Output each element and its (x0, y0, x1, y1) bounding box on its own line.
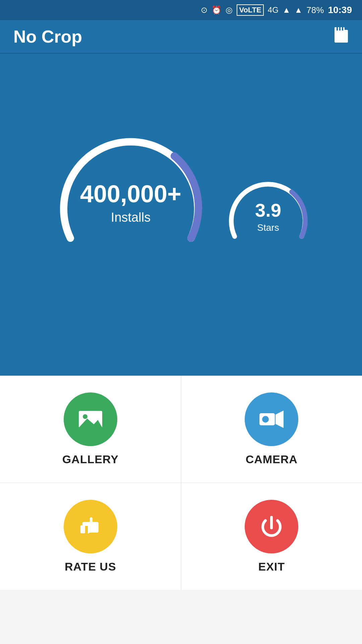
camera-button[interactable]: CAMERA (181, 376, 362, 483)
gallery-label: GALLERY (62, 453, 119, 466)
gallery-button[interactable]: GALLERY (0, 376, 181, 483)
svg-point-6 (83, 414, 87, 419)
menu-row-top: GALLERY CAMERA (0, 376, 362, 483)
battery-text: 78% (306, 5, 324, 15)
hero-section: 400,000+ Installs 3.9 Stars (0, 54, 362, 376)
gallery-icon (77, 406, 104, 433)
app-bar: No Crop (0, 20, 362, 54)
alarm-icon: ⏰ (212, 5, 222, 15)
camera-icon (258, 406, 285, 433)
svg-rect-4 (342, 27, 343, 31)
signal-icon: ▲ (283, 5, 291, 15)
bottom-menu: GALLERY CAMERA (0, 376, 362, 590)
installs-gauge: 400,000+ Installs (50, 124, 211, 285)
installs-text: 400,000+ Installs (80, 180, 181, 225)
exit-icon-circle (245, 500, 298, 553)
stars-text: 3.9 Stars (255, 199, 281, 233)
wifi-icon: ▲ (295, 5, 303, 15)
gauges-container: 400,000+ Installs 3.9 Stars (0, 124, 362, 285)
camera-icon-circle (245, 392, 298, 446)
power-icon (258, 513, 285, 540)
exit-button[interactable]: EXIT (181, 483, 362, 590)
do-not-disturb-icon: ⊙ (201, 5, 207, 15)
status-bar: ⊙ ⏰ ◎ VoLTE 4G ▲ ▲ 78% 10:39 (0, 0, 362, 20)
exit-label: EXIT (258, 560, 285, 573)
gallery-icon-circle (64, 392, 117, 446)
svg-marker-10 (276, 411, 284, 428)
svg-point-9 (262, 416, 269, 423)
camera-label: CAMERA (246, 453, 298, 466)
svg-rect-2 (337, 27, 338, 31)
stars-label: Stars (255, 222, 281, 233)
stars-number: 3.9 (255, 199, 281, 221)
thumbs-up-icon (77, 513, 104, 540)
installs-number: 400,000+ (80, 180, 181, 208)
app-title: No Crop (13, 26, 82, 47)
volte-badge: VoLTE (237, 4, 263, 16)
stars-gauge: 3.9 Stars (225, 174, 312, 262)
rate-us-button[interactable]: RATE US (0, 483, 181, 590)
svg-rect-0 (335, 30, 348, 43)
svg-rect-11 (80, 525, 85, 533)
rate-us-icon-circle (64, 500, 117, 553)
4g-icon: 4G (268, 5, 279, 15)
installs-label: Installs (80, 210, 181, 225)
rate-us-label: RATE US (65, 560, 116, 573)
svg-rect-3 (339, 27, 341, 31)
menu-row-bottom: RATE US EXIT (0, 483, 362, 590)
hotspot-icon: ◎ (226, 5, 233, 15)
clock-time: 10:39 (328, 5, 352, 15)
sd-card-icon[interactable] (334, 26, 349, 47)
